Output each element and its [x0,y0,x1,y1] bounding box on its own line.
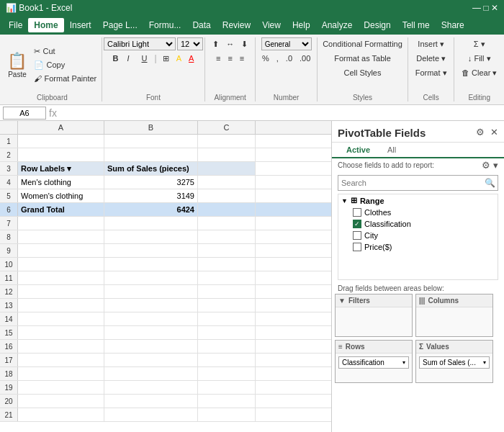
cell-c13[interactable] [198,299,256,312]
menu-home[interactable]: Home [28,18,63,32]
cell-a7[interactable] [18,217,104,230]
underline-button[interactable]: U [139,52,152,65]
copy-button[interactable]: 📄 Copy [31,58,99,71]
cell-c18[interactable] [198,367,256,380]
cell-c8[interactable] [198,230,256,243]
cell-b3[interactable]: Sum of Sales (pieces) [104,162,198,175]
clear-button[interactable]: 🗑 Clear ▾ [459,66,500,79]
align-left-button[interactable]: ≡ [213,52,223,65]
menu-analyze[interactable]: Analyze [316,18,359,32]
pivot-checkbox-city[interactable] [353,231,361,240]
cell-a2[interactable] [18,148,104,161]
col-header-c[interactable]: C [198,121,256,134]
menu-data[interactable]: Data [186,18,216,32]
cell-c20[interactable] [198,395,256,408]
pivot-settings-icon[interactable]: ⚙ [476,127,485,138]
pivot-checkbox-price[interactable] [353,243,361,251]
pivot-field-classification[interactable]: ✓ Classification [338,218,498,230]
align-middle-button[interactable]: ↔ [223,37,237,50]
decrease-decimal-button[interactable]: .00 [297,52,313,65]
font-size-select[interactable]: 12 [177,37,203,50]
cell-b8[interactable] [104,230,198,243]
cell-c17[interactable] [198,354,256,366]
cell-a18[interactable] [18,367,104,380]
paste-button[interactable]: 📋 Paste [4,47,30,83]
menu-pagelayout[interactable]: Page L... [97,18,143,32]
pivot-tab-active[interactable]: Active [338,143,379,158]
cell-a15[interactable] [18,326,104,339]
cell-b4[interactable]: 3275 [104,176,198,189]
cell-c1[interactable] [198,135,256,148]
cell-b14[interactable] [104,312,198,325]
grid-scroll-area[interactable]: 1 2 3 Row Labels ▾ Sum of Sales (pieces) [0,135,331,422]
cell-c4[interactable] [198,176,256,189]
pivot-rows-dropdown-icon[interactable]: ▾ [402,359,405,366]
pivot-field-clothes[interactable]: Clothes [338,207,498,218]
menu-share[interactable]: Share [436,18,470,32]
cell-c5[interactable] [198,189,256,202]
pivot-fields-gear-icon[interactable]: ⚙ ▾ [482,160,498,171]
cell-a6[interactable]: Grand Total [18,203,104,216]
pivot-tab-all[interactable]: All [379,143,405,157]
menu-file[interactable]: File [3,18,28,32]
pivot-area-columns-content[interactable] [416,307,492,336]
pivot-values-dropdown-icon[interactable]: ▾ [483,359,486,366]
cell-a16[interactable] [18,340,104,353]
cell-a13[interactable] [18,299,104,312]
pivot-area-values-content[interactable]: Sum of Sales (... ▾ [416,354,492,382]
fill-color-button[interactable]: A [174,52,184,65]
pivot-rows-classification-pill[interactable]: Classification ▾ [338,356,409,369]
cell-b7[interactable] [104,217,198,230]
tree-expand-icon[interactable]: ▼ [341,197,348,204]
cell-b12[interactable] [104,285,198,298]
cell-b11[interactable] [104,271,198,284]
cell-a11[interactable] [18,271,104,284]
cell-a1[interactable] [18,135,104,148]
cell-a17[interactable] [18,354,104,366]
cell-c21[interactable] [198,408,256,421]
cell-b13[interactable] [104,299,198,312]
menu-insert[interactable]: Insert [64,18,97,32]
col-header-a[interactable]: A [18,121,104,134]
cell-a12[interactable] [18,285,104,298]
pivot-field-city[interactable]: City [338,230,498,241]
cell-c11[interactable] [198,271,256,284]
cell-c6[interactable] [198,203,256,216]
font-color-button[interactable]: A [186,52,197,65]
format-as-table-button[interactable]: Format as Table [331,52,394,65]
pivot-area-filters-content[interactable] [336,307,412,336]
cell-a21[interactable] [18,408,104,421]
italic-button[interactable]: I [125,52,138,65]
cell-b16[interactable] [104,340,198,353]
col-header-b[interactable]: B [104,121,198,134]
percent-button[interactable]: % [259,52,272,65]
pivot-values-sumofsales-pill[interactable]: Sum of Sales (... ▾ [419,356,490,369]
cell-b9[interactable] [104,244,198,257]
cell-a9[interactable] [18,244,104,257]
cell-c16[interactable] [198,340,256,353]
cell-a20[interactable] [18,395,104,408]
pivot-close-icon[interactable]: ✕ [490,127,498,138]
align-right-button[interactable]: ≡ [237,52,247,65]
increase-decimal-button[interactable]: .0 [283,52,295,65]
cell-c9[interactable] [198,244,256,257]
number-format-select[interactable]: General [261,37,312,50]
align-center-button[interactable]: ≡ [225,52,235,65]
cell-c7[interactable] [198,217,256,230]
menu-view[interactable]: View [256,18,287,32]
cell-a8[interactable] [18,230,104,243]
cell-b15[interactable] [104,326,198,339]
name-box[interactable] [3,107,46,120]
cell-c3[interactable] [198,162,256,175]
cell-b10[interactable] [104,258,198,271]
cell-b2[interactable] [104,148,198,161]
pivot-checkbox-classification[interactable]: ✓ [353,220,361,228]
font-name-select[interactable]: Calibri Light [104,37,176,50]
cell-a4[interactable]: Men's clothing [18,176,104,189]
cell-c2[interactable] [198,148,256,161]
cell-b18[interactable] [104,367,198,380]
cell-c12[interactable] [198,285,256,298]
cell-a10[interactable] [18,258,104,271]
cell-a14[interactable] [18,312,104,325]
cell-c14[interactable] [198,312,256,325]
